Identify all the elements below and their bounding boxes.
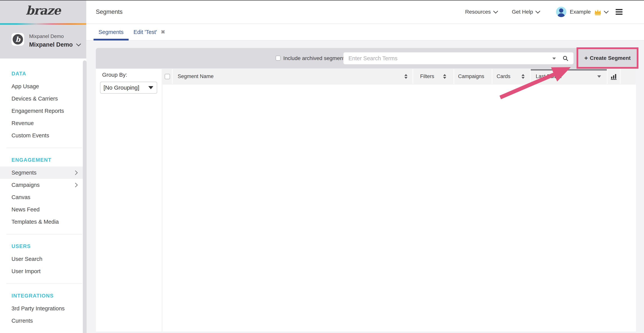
select-all-checkbox[interactable] bbox=[165, 74, 170, 79]
select-all-cell bbox=[162, 69, 172, 84]
sidebar-item-revenue[interactable]: Revenue bbox=[0, 117, 86, 129]
resources-menu[interactable]: Resources bbox=[465, 9, 498, 15]
top-header: Segments Resources Get Help Example bbox=[86, 0, 644, 24]
bar-chart-icon bbox=[610, 73, 617, 80]
create-segment-button[interactable]: + Create Segment bbox=[576, 47, 638, 69]
sidebar-item-templates-media[interactable]: Templates & Media bbox=[0, 216, 86, 228]
sidebar-nav: DATA App Usage Devices & Carriers Engage… bbox=[0, 59, 86, 327]
sidebar-item-canvas[interactable]: Canvas bbox=[0, 191, 86, 203]
chevron-down-icon bbox=[76, 42, 81, 46]
column-header-last-edited[interactable]: Last Edited bbox=[531, 69, 607, 84]
search-input[interactable] bbox=[344, 52, 574, 64]
sidebar-item-user-import[interactable]: User Import bbox=[0, 265, 86, 277]
sidebar: braze b Mixpanel Demo Mixpanel Demo DATA… bbox=[0, 0, 86, 333]
chevron-right-icon bbox=[73, 170, 78, 175]
column-header-filters[interactable]: Filters bbox=[413, 69, 454, 84]
user-name: Example bbox=[570, 9, 591, 15]
sidebar-divider bbox=[6, 148, 82, 148]
brand-gradient-divider bbox=[0, 23, 86, 25]
chevron-down-icon bbox=[535, 9, 540, 14]
sidebar-item-custom-events[interactable]: Custom Events bbox=[0, 129, 86, 142]
group-by-value: [No Grouping] bbox=[104, 84, 139, 91]
tab-edit-test[interactable]: Edit 'Test' ✖ bbox=[128, 24, 170, 40]
app-icon: b bbox=[12, 33, 24, 46]
segments-toolbar: Include archived segments bbox=[96, 48, 636, 69]
get-help-label: Get Help bbox=[512, 9, 533, 15]
resources-label: Resources bbox=[465, 9, 491, 15]
sidebar-item-3rd-party-integrations[interactable]: 3rd Party Integrations bbox=[0, 302, 86, 314]
tab-segments-label: Segments bbox=[98, 29, 124, 35]
chevron-right-icon bbox=[73, 183, 78, 187]
crown-icon bbox=[594, 8, 602, 16]
sidebar-item-campaigns[interactable]: Campaigns bbox=[0, 179, 86, 191]
group-by-select[interactable]: [No Grouping] bbox=[100, 82, 157, 94]
tab-bar: Segments Edit 'Test' ✖ bbox=[86, 24, 644, 41]
search-box bbox=[344, 52, 574, 64]
group-by-panel: Group By: [No Grouping] bbox=[96, 69, 162, 331]
tab-segments[interactable]: Segments bbox=[94, 24, 128, 40]
sidebar-item-currents[interactable]: Currents bbox=[0, 314, 86, 327]
get-help-menu[interactable]: Get Help bbox=[512, 9, 540, 15]
braze-dashboard: Segments Resources Get Help Example bbox=[0, 0, 644, 333]
column-header-campaigns[interactable]: Campaigns bbox=[454, 69, 492, 84]
sidebar-item-app-usage[interactable]: App Usage bbox=[0, 80, 86, 93]
nav-section-integrations: INTEGRATIONS bbox=[0, 289, 86, 302]
group-by-label: Group By: bbox=[102, 72, 127, 78]
nav-section-engagement: ENGAGEMENT bbox=[0, 153, 86, 167]
sidebar-item-engagement-reports[interactable]: Engagement Reports bbox=[0, 105, 86, 117]
segments-table-header: Segment Name Filters Campaigns Cards Las… bbox=[162, 69, 636, 84]
tab-edit-test-label: Edit 'Test' bbox=[134, 29, 157, 35]
avatar-person-icon bbox=[558, 13, 565, 17]
select-caret-icon bbox=[148, 86, 153, 89]
create-segment-label: Create Segment bbox=[590, 55, 630, 61]
nav-section-users: USERS bbox=[0, 240, 86, 253]
column-header-spacer bbox=[620, 69, 636, 84]
company-name: Mixpanel Demo bbox=[29, 33, 80, 39]
user-avatar[interactable] bbox=[556, 7, 566, 17]
hamburger-menu-icon[interactable] bbox=[616, 9, 622, 15]
braze-logo: braze bbox=[0, 4, 86, 18]
nav-section-data: DATA bbox=[0, 67, 86, 80]
account-text: Mixpanel Demo Mixpanel Demo bbox=[29, 33, 80, 48]
chevron-down-icon[interactable] bbox=[604, 9, 608, 14]
app-selector[interactable]: Mixpanel Demo bbox=[29, 41, 80, 48]
include-archived-label: Include archived segments bbox=[283, 48, 347, 69]
sidebar-item-segments[interactable]: Segments bbox=[0, 167, 86, 179]
header-nav: Resources Get Help Example bbox=[465, 7, 644, 17]
sort-icon bbox=[522, 74, 524, 79]
plus-icon: + bbox=[584, 55, 588, 62]
close-icon[interactable]: ✖ bbox=[161, 29, 165, 35]
sidebar-item-devices-carriers[interactable]: Devices & Carriers bbox=[0, 93, 86, 105]
search-dropdown-caret-icon[interactable] bbox=[552, 58, 556, 60]
sort-direction-icon bbox=[597, 75, 601, 78]
page-title: Segments bbox=[96, 9, 123, 15]
segments-table-body bbox=[162, 85, 636, 331]
sort-icon bbox=[404, 74, 408, 79]
sidebar-item-news-feed[interactable]: News Feed bbox=[0, 203, 86, 216]
column-header-analytics[interactable] bbox=[608, 69, 620, 84]
column-header-cards[interactable]: Cards bbox=[492, 69, 530, 84]
sidebar-divider bbox=[6, 283, 82, 284]
chevron-down-icon bbox=[493, 9, 498, 14]
search-icon[interactable] bbox=[562, 55, 568, 62]
include-archived-checkbox[interactable] bbox=[276, 56, 280, 61]
sidebar-item-user-search[interactable]: User Search bbox=[0, 253, 86, 265]
sidebar-scrollbar[interactable] bbox=[83, 61, 87, 333]
sidebar-header: braze b Mixpanel Demo Mixpanel Demo bbox=[0, 0, 86, 59]
app-name: Mixpanel Demo bbox=[29, 41, 73, 48]
sidebar-divider bbox=[6, 234, 82, 234]
column-header-segment-name[interactable]: Segment Name bbox=[173, 69, 412, 84]
account-switcher: b Mixpanel Demo Mixpanel Demo bbox=[12, 33, 80, 48]
avatar-person-icon bbox=[559, 9, 563, 13]
sort-icon bbox=[443, 74, 446, 79]
app-logo-icon: b bbox=[13, 34, 23, 45]
